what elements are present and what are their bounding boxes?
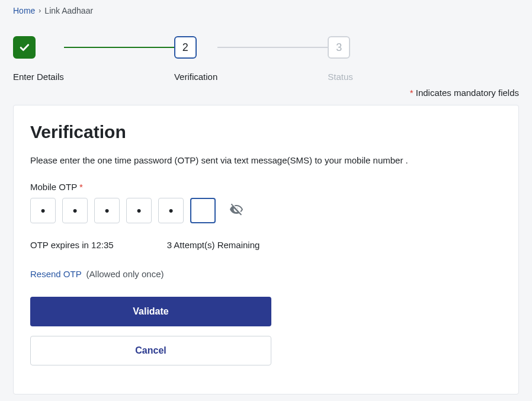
step-3-label: Status	[328, 72, 353, 82]
breadcrumb-current: Link Aadhaar	[44, 6, 93, 15]
otp-field-label: Mobile OTP *	[30, 182, 502, 192]
step-3-indicator: 3	[328, 36, 350, 59]
progress-stepper: Enter Details 2 Verification 3 Status	[0, 21, 532, 88]
instruction-text: Please enter the one time password (OTP)…	[30, 155, 502, 165]
attempts-remaining: 3 Attempt(s) Remaining	[167, 240, 260, 250]
step-1: Enter Details	[13, 36, 64, 82]
connector-1	[64, 47, 174, 48]
eye-off-icon	[229, 203, 243, 217]
expires-prefix: OTP expires in	[30, 240, 91, 250]
resend-otp-link[interactable]: Resend OTP	[30, 269, 81, 279]
card-title: Verification	[30, 122, 502, 142]
visibility-toggle-icon[interactable]	[229, 203, 243, 219]
check-icon	[18, 41, 30, 53]
step-2-label: Verification	[174, 72, 217, 82]
mandatory-note: * Indicates mandatory fields	[0, 88, 532, 105]
step-1-indicator	[13, 36, 36, 59]
expires-time: 12:35	[91, 240, 114, 250]
otp-info-row: OTP expires in 12:35 3 Attempt(s) Remain…	[30, 240, 502, 250]
step-2: 2 Verification	[174, 36, 217, 82]
step-2-indicator: 2	[174, 36, 197, 59]
asterisk-icon: *	[410, 88, 414, 98]
asterisk-icon: *	[79, 182, 83, 192]
chevron-right-icon: ›	[39, 7, 41, 15]
breadcrumb-home-link[interactable]: Home	[13, 6, 35, 15]
otp-digit-1[interactable]	[30, 198, 56, 223]
otp-digit-3[interactable]	[94, 198, 120, 223]
validate-button[interactable]: Validate	[30, 297, 271, 326]
otp-input-row	[30, 198, 502, 223]
otp-digit-4[interactable]	[126, 198, 152, 223]
resend-row: Resend OTP (Allowed only once)	[30, 269, 502, 279]
verification-card: Verification Please enter the one time p…	[13, 105, 519, 394]
otp-label-text: Mobile OTP	[30, 182, 77, 192]
cancel-button[interactable]: Cancel	[30, 336, 271, 365]
otp-digit-2[interactable]	[62, 198, 88, 223]
step-3: 3 Status	[328, 36, 353, 82]
otp-digit-6[interactable]	[190, 198, 216, 223]
connector-2	[217, 47, 328, 48]
breadcrumb: Home › Link Aadhaar	[0, 0, 532, 21]
step-1-label: Enter Details	[13, 72, 64, 82]
otp-expiry: OTP expires in 12:35	[30, 240, 114, 250]
mandatory-text: Indicates mandatory fields	[416, 88, 519, 98]
resend-note: (Allowed only once)	[86, 269, 164, 279]
otp-digit-5[interactable]	[158, 198, 184, 223]
